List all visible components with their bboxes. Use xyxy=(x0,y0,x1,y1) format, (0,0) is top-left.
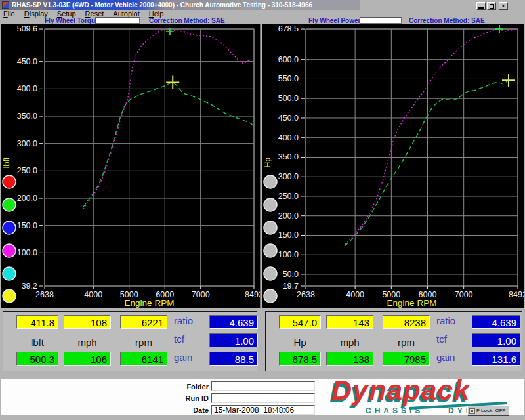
run-low-power-curve xyxy=(345,80,509,245)
channel-dot-4[interactable] xyxy=(264,244,277,257)
ratio-label: ratio xyxy=(174,315,204,326)
flock-status-button[interactable]: F Lock: OFF xyxy=(467,406,509,416)
channel-dot-4[interactable] xyxy=(3,244,16,257)
power-cursor-value: 547.0 xyxy=(279,315,321,329)
torque-peak-speed: 106 xyxy=(64,352,111,366)
flock-status-label: F Lock: OFF xyxy=(476,408,505,413)
x-tick-label: 4000 xyxy=(346,290,364,299)
x-axis-title: Engine RPM xyxy=(387,298,437,308)
title-bar: RHAS-SP V1.3-03E (4WD - Motor Vehicle 20… xyxy=(0,0,525,10)
gain-value: 88.5 xyxy=(209,352,258,366)
power-peak-speed: 138 xyxy=(326,352,373,366)
y-tick-label: 678.5 xyxy=(278,24,299,33)
power-chart: 19.750.0100.0150.0200.0250.0300.0350.040… xyxy=(262,24,524,308)
torque-peak-value: 500.3 xyxy=(16,352,58,366)
flywheel-power-plot: 19.750.0100.0150.0200.0250.0300.0350.040… xyxy=(262,24,524,308)
x-tick-label: 2638 xyxy=(297,290,315,299)
y-tick-label: 100.0 xyxy=(278,250,299,259)
logo-chassis-text: CHASSIS xyxy=(366,406,423,415)
app-icon xyxy=(2,1,9,9)
torque-unit-label: lbft xyxy=(16,337,58,348)
tcf-label: tcf xyxy=(436,333,467,345)
power-header-input[interactable] xyxy=(360,17,402,24)
x-axis-title: Engine RPM xyxy=(125,298,175,308)
runid-input[interactable] xyxy=(211,393,315,403)
channel-dot-1[interactable] xyxy=(264,175,277,188)
channel-dot-6[interactable] xyxy=(3,289,16,303)
menu-item-file[interactable]: File xyxy=(3,10,15,18)
tcf-value: 1.00 xyxy=(472,333,520,347)
flock-icon xyxy=(469,408,475,414)
channel-dot-5[interactable] xyxy=(264,267,277,280)
torque-peak-rpm: 6141 xyxy=(120,352,167,366)
speed-unit-label: mph xyxy=(64,337,111,348)
y-tick-label: 250.0 xyxy=(17,166,37,175)
y-tick-label: 400.0 xyxy=(278,133,299,142)
y-tick-label: 500.0 xyxy=(278,94,299,103)
channel-dot-2[interactable] xyxy=(264,198,277,211)
date-label: Date xyxy=(176,406,209,414)
power-metrics-panel: 547.0 143 8238 Hp mph rpm 678.5 138 7985… xyxy=(265,311,522,371)
y-tick-label: 400.0 xyxy=(17,84,37,93)
y-tick-label: 300.0 xyxy=(278,172,299,181)
logo-wordmark: Dynapack xyxy=(331,374,470,406)
ratio-value: 4.639 xyxy=(209,315,258,329)
y-tick-label: 350.0 xyxy=(278,152,299,161)
x-tick-label: 4000 xyxy=(84,290,102,299)
y-tick-label: 200.0 xyxy=(17,194,37,203)
y-tick-label: 450.0 xyxy=(278,114,299,123)
x-tick-label: 7000 xyxy=(455,290,473,299)
y-tick-label: 150.0 xyxy=(278,230,299,240)
window-title: RHAS-SP V1.3-03E (4WD - Motor Vehicle 20… xyxy=(12,1,312,9)
y-tick-label: 450.0 xyxy=(17,57,37,66)
x-tick-label: 7000 xyxy=(192,290,210,299)
y-tick-label: 150.0 xyxy=(17,221,37,230)
power-unit-label: Hp xyxy=(279,337,321,348)
y-tick-label: 600.0 xyxy=(278,55,299,64)
x-tick-label: 8492 xyxy=(509,290,524,299)
power-cursor-rpm: 8238 xyxy=(383,315,430,329)
x-tick-label: 8492 xyxy=(245,290,260,299)
x-tick-label: 2638 xyxy=(35,290,54,299)
run-high-torque-curve xyxy=(83,30,254,209)
flywheel-torque-plot: 39.2100.0150.0200.0250.0300.0350.0400.04… xyxy=(1,24,260,308)
y-tick-label: 250.0 xyxy=(278,192,299,201)
speed-unit-label: mph xyxy=(326,337,373,348)
power-cursor-speed: 143 xyxy=(326,315,373,329)
run-low-torque-curve xyxy=(83,82,254,207)
y-tick-label: 350.0 xyxy=(17,112,37,121)
torque-chart: 39.2100.0150.0200.0250.0300.0350.0400.04… xyxy=(1,24,261,308)
channel-dot-2[interactable] xyxy=(3,198,16,211)
chart-header-strip: Fly Wheel Torque: Correction Method: SAE… xyxy=(0,18,525,24)
channel-dot-6[interactable] xyxy=(264,289,277,303)
y-axis-title: lbft xyxy=(2,157,11,168)
torque-metrics-panel: 411.8 108 6221 lbft mph rpm 500.3 106 61… xyxy=(3,311,257,371)
torque-cursor-value: 411.8 xyxy=(16,315,58,329)
y-tick-label: 19.7 xyxy=(283,282,299,291)
y-tick-label: 100.0 xyxy=(17,248,37,257)
channel-dot-5[interactable] xyxy=(3,267,16,280)
plot-border xyxy=(306,29,518,286)
tcf-label: tcf xyxy=(174,333,204,345)
channel-dot-3[interactable] xyxy=(3,221,16,234)
folder-input[interactable] xyxy=(211,381,315,391)
minimize-button[interactable] xyxy=(476,2,486,10)
plot-border xyxy=(45,29,254,286)
date-input[interactable] xyxy=(211,405,315,415)
gain-value: 131.6 xyxy=(472,352,520,366)
channel-dot-3[interactable] xyxy=(264,221,277,234)
gain-label: gain xyxy=(436,352,467,363)
torque-cursor-speed: 108 xyxy=(64,315,111,329)
ratio-value: 4.639 xyxy=(472,315,520,329)
run-high-power-curve xyxy=(345,29,518,245)
close-button[interactable]: × xyxy=(499,2,508,10)
torque-cursor-rpm: 6221 xyxy=(120,315,167,329)
rpm-unit-label: rpm xyxy=(383,337,430,348)
channel-dot-1[interactable] xyxy=(3,175,16,188)
restore-button[interactable] xyxy=(487,2,496,10)
y-tick-label: 300.0 xyxy=(17,139,37,148)
rpm-unit-label: rpm xyxy=(120,337,167,348)
torque-header-input[interactable] xyxy=(95,17,140,24)
footer: Folder Run ID Date Dynapack CHASSIS DYNA… xyxy=(0,374,525,420)
folder-label: Folder xyxy=(176,383,209,390)
